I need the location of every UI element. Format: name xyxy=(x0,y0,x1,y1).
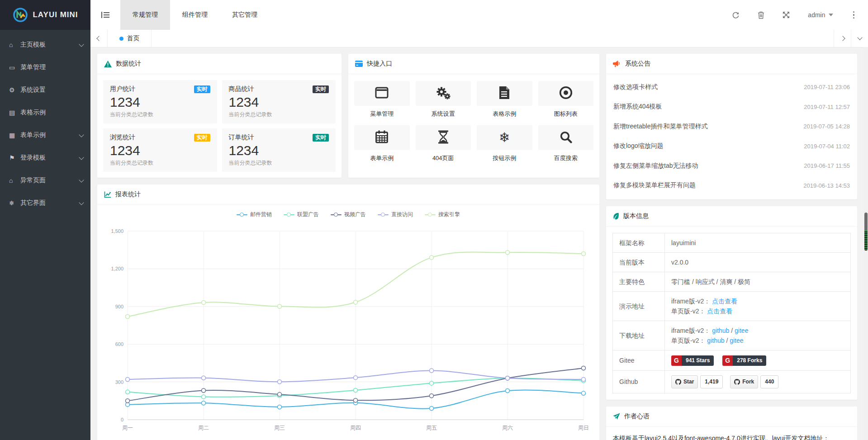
tab-other-management[interactable]: 其它管理 xyxy=(220,0,270,30)
card-title: 报表统计 xyxy=(115,190,141,199)
github-widgets: Star 1,419 Fork xyxy=(665,370,851,393)
download-github-link[interactable]: github xyxy=(712,327,729,334)
fullscreen-button[interactable] xyxy=(783,11,790,19)
stat-value: 1234 xyxy=(229,95,329,110)
shortcut-table-example[interactable]: 表格示例 xyxy=(477,81,532,118)
stat-desc: 当前分类总记录数 xyxy=(110,159,210,167)
shortcut-button-example[interactable]: ❄ 按钮示例 xyxy=(477,125,532,162)
legend-item[interactable]: 直接访问 xyxy=(378,211,413,218)
announcement-item[interactable]: 修复多模块菜单栏展开有问题 2019-06-13 14:53 xyxy=(613,176,850,196)
legend-item[interactable]: 邮件营销 xyxy=(237,211,272,218)
gitee-logo-icon: G xyxy=(722,355,733,366)
github-fork-button[interactable]: Fork xyxy=(730,375,758,388)
scroll-tabs-left-button[interactable] xyxy=(90,30,108,47)
card-header: 作者心语 xyxy=(606,407,857,427)
paper-plane-icon xyxy=(613,413,620,420)
refresh-button[interactable] xyxy=(732,11,740,19)
tab-homepage[interactable]: 首页 xyxy=(108,30,152,47)
sidebar-item-other-ui[interactable]: ❄ 其它界面 xyxy=(0,192,90,214)
legend-line-icon xyxy=(284,213,294,217)
svg-text:1,500: 1,500 xyxy=(111,228,123,234)
stats-grid: 用户统计 实时 1234 当前分类总记录数 商品统计 实时 xyxy=(97,74,342,178)
card-header: 快捷入口 xyxy=(348,54,599,74)
demo-spa-link[interactable]: 点击查看 xyxy=(707,308,732,315)
row-label: 当前版本 xyxy=(613,253,665,272)
legend-item[interactable]: 联盟广告 xyxy=(284,211,319,218)
scrollbar-stripes xyxy=(864,231,868,251)
collapse-sidebar-button[interactable] xyxy=(90,0,120,30)
sidebar-item-form-example[interactable]: ▦ 表单示例 xyxy=(0,124,90,147)
stat-label: 订单统计 xyxy=(229,133,254,142)
framework-name: layuimini xyxy=(665,233,851,253)
announcement-item[interactable]: 修改logo缩放问题 2019-07-04 11:02 xyxy=(613,137,850,156)
legend-label: 搜索引擎 xyxy=(438,211,460,218)
gitee-logo-icon: G xyxy=(671,355,682,366)
tab-general-management[interactable]: 常规管理 xyxy=(120,0,170,30)
calendar-icon xyxy=(375,130,388,145)
demo-iframe-link[interactable]: 点击查看 xyxy=(712,298,737,305)
stat-desc: 当前分类总记录数 xyxy=(229,111,329,118)
realtime-badge: 实时 xyxy=(313,134,329,142)
svg-text:周四: 周四 xyxy=(350,425,361,431)
scrollbar-thumb[interactable] xyxy=(864,213,868,251)
legend-item[interactable]: 搜索引擎 xyxy=(425,211,460,218)
stat-box-users: 用户统计 实时 1234 当前分类总记录数 xyxy=(103,80,217,123)
main-features: 零门槛 / 响应式 / 清爽 / 极简 xyxy=(665,272,851,292)
user-menu[interactable]: admin xyxy=(808,11,833,19)
scroll-tabs-right-button[interactable] xyxy=(834,30,851,47)
github-fork-count[interactable]: 440 xyxy=(760,375,778,388)
shortcut-system-settings[interactable]: 系统设置 xyxy=(416,81,471,118)
clear-cache-button[interactable] xyxy=(758,11,764,19)
gears-icon: ⚙ xyxy=(9,86,20,94)
card-title: 快捷入口 xyxy=(367,60,392,68)
download-gitee-link[interactable]: gitee xyxy=(735,327,748,334)
svg-text:周一: 周一 xyxy=(122,425,133,431)
header-actions: admin xyxy=(732,0,868,30)
shortcut-form-example[interactable]: 表单示例 xyxy=(354,125,410,162)
sidebar-item-system-settings[interactable]: ⚙ 系统设置 xyxy=(0,79,90,101)
announcement-list: 修改选项卡样式 2019-07-11 23:06 新增系统404模板 2019-… xyxy=(606,74,857,199)
layuimini-app: LAYUI MINI ⌂ 主页模板 ▭ 菜单管理 ⚙ 系统设置 ▤ 表格示例 ▦ xyxy=(0,0,868,440)
announcement-item[interactable]: 新增系统404模板 2019-07-11 12:57 xyxy=(613,97,850,117)
announcement-item[interactable]: 新增treetable插件和菜单管理样式 2019-07-05 14:28 xyxy=(613,117,850,137)
stat-value: 1234 xyxy=(110,95,210,110)
shortcut-menu-management[interactable]: 菜单管理 xyxy=(354,81,410,118)
legend-label: 直接访问 xyxy=(391,211,413,218)
stat-box-orders: 订单统计 实时 1234 当前分类总记录数 xyxy=(222,128,336,172)
shortcut-baidu-search[interactable]: 百度搜索 xyxy=(538,125,594,162)
stat-box-products: 商品统计 实时 1234 当前分类总记录数 xyxy=(222,80,336,123)
calendar-icon: ▦ xyxy=(9,132,20,139)
tab-component-management[interactable]: 组件管理 xyxy=(170,0,220,30)
legend-line-icon xyxy=(425,213,436,217)
download-gitee-link[interactable]: gitee xyxy=(730,337,743,344)
tab-operations-dropdown[interactable] xyxy=(851,30,868,47)
gitee-forks-badge[interactable]: G 278 Forks xyxy=(722,355,766,366)
stat-value: 1234 xyxy=(229,143,329,158)
more-options-button[interactable] xyxy=(851,9,857,21)
search-icon xyxy=(560,131,572,145)
download-github-link[interactable]: github xyxy=(707,337,724,344)
github-icon xyxy=(734,379,740,385)
shortcut-icon-list[interactable]: 图标列表 xyxy=(538,81,594,118)
realtime-badge: 实时 xyxy=(194,85,210,93)
sidebar-item-error-pages[interactable]: ⌂ 异常页面 xyxy=(0,169,90,192)
legend-item[interactable]: 视频广告 xyxy=(331,211,366,218)
announcement-item[interactable]: 修复左侧菜单缩放tab无法移动 2019-06-17 11:55 xyxy=(613,156,850,176)
sidebar-menu: ⌂ 主页模板 ▭ 菜单管理 ⚙ 系统设置 ▤ 表格示例 ▦ 表单示例 xyxy=(0,30,90,214)
sidebar-item-table-example[interactable]: ▤ 表格示例 xyxy=(0,101,90,124)
github-star-count[interactable]: 1,419 xyxy=(700,375,723,388)
github-star-button[interactable]: Star xyxy=(671,375,698,388)
sidebar-item-home-template[interactable]: ⌂ 主页模板 xyxy=(0,33,90,56)
app-title: LAYUI MINI xyxy=(33,10,78,19)
announcement-item[interactable]: 修改选项卡样式 2019-07-11 23:06 xyxy=(613,77,850,97)
page-tabbar: 首页 xyxy=(90,30,868,47)
stat-label: 用户统计 xyxy=(110,85,135,93)
gitee-stars-badge[interactable]: G 941 Stars xyxy=(671,355,714,366)
github-icon xyxy=(675,379,681,385)
sidebar-item-menu-management[interactable]: ▭ 菜单管理 xyxy=(0,56,90,79)
sidebar-item-login-template[interactable]: ⚑ 登录模板 xyxy=(0,147,90,169)
refresh-icon xyxy=(732,11,740,19)
shortcut-404-page[interactable]: 404页面 xyxy=(416,125,471,162)
report-statistics-card: 报表统计 邮件营销联盟广告视频广告直接访问搜索引擎 周一周二周三周四周五周六周日… xyxy=(97,185,599,440)
svg-text:周二: 周二 xyxy=(198,425,209,431)
